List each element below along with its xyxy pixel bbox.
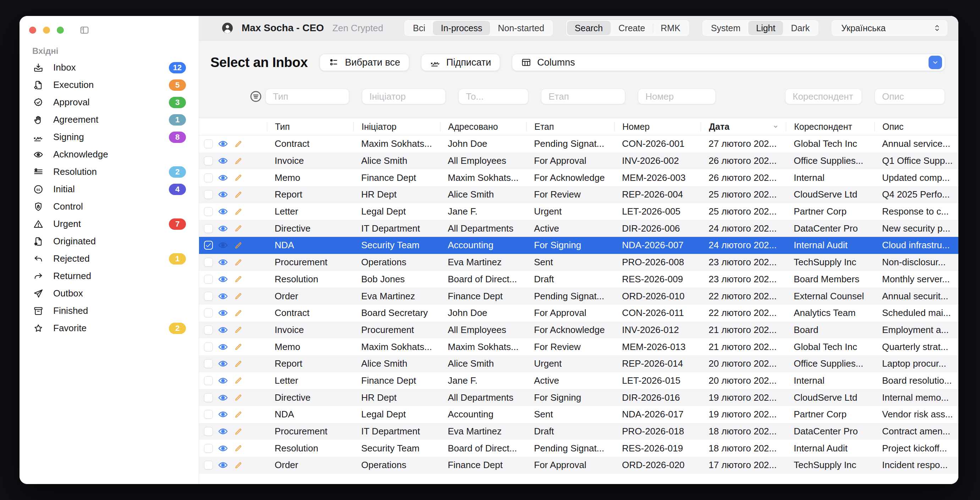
row-checkbox[interactable] [204, 140, 213, 148]
table-row-pro-2026-008[interactable]: Procurement Operations Eva Martinez Sent… [199, 254, 958, 271]
sidebar-item-agreement[interactable]: Agreement 1 [33, 111, 186, 129]
filter-input-ініціатор[interactable] [362, 89, 445, 104]
view-eye-icon[interactable] [218, 257, 229, 268]
edit-pencil-icon[interactable] [233, 342, 243, 352]
column-header-ініціатор[interactable]: Ініціатор [353, 122, 440, 131]
view-eye-icon[interactable] [218, 155, 229, 166]
columns-dropdown-button[interactable] [929, 56, 942, 69]
sign-button[interactable]: Підписати [421, 54, 500, 71]
edit-pencil-icon[interactable] [233, 308, 243, 318]
view-eye-icon[interactable] [218, 206, 229, 217]
table-row-dir-2026-006[interactable]: Directive IT Department All Departments … [199, 220, 958, 237]
table-row-let-2026-015[interactable]: Letter Finance Dept Jane F. Active LET-2… [199, 372, 958, 389]
view-eye-icon[interactable] [218, 291, 229, 302]
sidebar-item-control[interactable]: Control [33, 198, 186, 215]
view-eye-icon[interactable] [218, 426, 229, 437]
table-row-res-2026-019[interactable]: Resolution Security Team Board of Direct… [199, 440, 958, 457]
row-checkbox[interactable] [204, 460, 213, 470]
table-row-ord-2026-010[interactable]: Order Eva Martinez Finance Dept Pending … [199, 287, 958, 305]
sidebar-item-returned[interactable]: Returned [33, 267, 186, 285]
row-checkbox[interactable] [204, 173, 213, 182]
row-checkbox[interactable] [204, 308, 213, 317]
sidebar-item-favorite[interactable]: Favorite 2 [33, 319, 186, 337]
tab-всі[interactable]: Всі [405, 21, 433, 35]
view-eye-icon[interactable] [218, 341, 229, 352]
row-checkbox[interactable] [204, 224, 213, 233]
sidebar-item-execution[interactable]: Execution 5 [33, 76, 186, 94]
edit-pencil-icon[interactable] [233, 240, 243, 250]
row-checkbox[interactable] [204, 393, 213, 402]
column-header-опис[interactable]: Опис [874, 122, 958, 131]
table-row-inv-2026-012[interactable]: Invoice Procurement All Employees For Ac… [199, 322, 958, 339]
column-header-тип[interactable]: Тип [267, 122, 353, 131]
edit-pencil-icon[interactable] [233, 460, 243, 470]
close-button[interactable] [29, 27, 36, 34]
sidebar-item-initial[interactable]: 01 Initial 4 [33, 181, 186, 198]
tab-non-started[interactable]: Non-started [490, 21, 552, 35]
view-eye-icon[interactable] [218, 358, 229, 369]
table-row-inv-2026-002[interactable]: Invoice Alice Smith All Employees For Ap… [199, 152, 958, 170]
edit-pencil-icon[interactable] [233, 274, 243, 284]
row-checkbox[interactable] [204, 275, 213, 284]
table-row-mem-2026-013[interactable]: Memo Maxim Sokhats... Maxim Sokhats... F… [199, 338, 958, 355]
sidebar-item-acknowledge[interactable]: Acknowledge [33, 146, 186, 163]
edit-pencil-icon[interactable] [233, 139, 243, 149]
view-eye-icon[interactable] [218, 240, 229, 251]
filter-input-кореспондент[interactable] [785, 89, 862, 104]
zoom-button[interactable] [57, 27, 64, 34]
edit-pencil-icon[interactable] [233, 410, 243, 419]
sidebar-item-resolution[interactable]: Resolution 2 [33, 163, 186, 181]
row-checkbox[interactable] [204, 427, 213, 436]
edit-pencil-icon[interactable] [233, 224, 243, 233]
view-eye-icon[interactable] [218, 460, 229, 471]
table-row-pro-2026-018[interactable]: Procurement IT Department Eva Martinez D… [199, 423, 958, 440]
row-checkbox[interactable] [204, 376, 213, 385]
column-header-адресовано[interactable]: Адресовано [440, 122, 526, 131]
table-row-rep-2026-004[interactable]: Report HR Dept Alice Smith For Review RE… [199, 186, 958, 203]
row-checkbox[interactable] [204, 207, 213, 216]
minimize-button[interactable] [43, 27, 50, 34]
view-eye-icon[interactable] [218, 324, 229, 335]
view-eye-icon[interactable] [218, 409, 229, 420]
row-checkbox[interactable] [204, 156, 213, 165]
view-eye-icon[interactable] [218, 138, 229, 149]
sidebar-item-finished[interactable]: Finished [33, 302, 186, 319]
row-checkbox[interactable] [204, 292, 213, 301]
filter-input-тип[interactable] [266, 89, 349, 104]
sidebar-toggle-icon[interactable] [79, 25, 90, 35]
filter-icon[interactable] [249, 90, 262, 103]
table-row-con-2026-011[interactable]: Contract Board Secretary John Doe For Ap… [199, 305, 958, 322]
table-row-nda-2026-007[interactable]: NDA Security Team Accounting For Signing… [199, 237, 958, 254]
table-row-let-2026-005[interactable]: Letter Legal Dept Jane F. Urgent LET-202… [199, 203, 958, 220]
sidebar-item-rejected[interactable]: Rejected 1 [33, 250, 186, 267]
sidebar-item-inbox[interactable]: Inbox 12 [33, 59, 186, 76]
view-eye-icon[interactable] [218, 375, 229, 386]
row-checkbox[interactable] [204, 241, 213, 250]
table-row-rep-2026-014[interactable]: Report Alice Smith Alice Smith Urgent RE… [199, 355, 958, 372]
edit-pencil-icon[interactable] [233, 443, 243, 453]
tab-light[interactable]: Light [748, 21, 783, 35]
tab-create[interactable]: Create [611, 21, 653, 35]
edit-pencil-icon[interactable] [233, 325, 243, 335]
filter-input-опис[interactable] [875, 89, 945, 104]
edit-pencil-icon[interactable] [233, 359, 243, 369]
sidebar-item-approval[interactable]: Approval 3 [33, 94, 186, 111]
tab-rmk[interactable]: RMK [653, 21, 688, 35]
tab-search[interactable]: Search [567, 21, 611, 35]
row-checkbox[interactable] [204, 325, 213, 334]
row-checkbox[interactable] [204, 359, 213, 368]
view-eye-icon[interactable] [218, 223, 229, 234]
view-eye-icon[interactable] [218, 443, 229, 454]
column-header-номер[interactable]: Номер [614, 122, 701, 131]
sidebar-item-originated[interactable]: Originated [33, 233, 186, 250]
tab-dark[interactable]: Dark [783, 21, 818, 35]
view-eye-icon[interactable] [218, 172, 229, 183]
select-all-button[interactable]: Вибрати все [320, 54, 409, 71]
sidebar-item-urgent[interactable]: Urgent 7 [33, 215, 186, 233]
filter-input-номер[interactable] [638, 89, 716, 104]
view-eye-icon[interactable] [218, 274, 229, 285]
edit-pencil-icon[interactable] [233, 190, 243, 200]
row-checkbox[interactable] [204, 343, 213, 351]
row-checkbox[interactable] [204, 258, 213, 267]
view-eye-icon[interactable] [218, 308, 229, 318]
